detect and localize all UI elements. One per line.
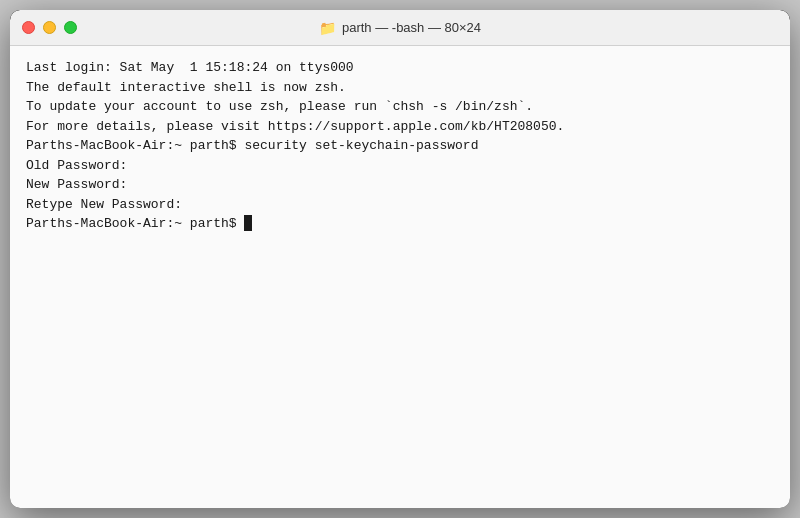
- window-title: 📁 parth — -bash — 80×24: [319, 20, 481, 36]
- traffic-lights: [22, 21, 77, 34]
- titlebar: 📁 parth — -bash — 80×24: [10, 10, 790, 46]
- terminal-line: New Password:: [26, 175, 774, 195]
- terminal-body[interactable]: Last login: Sat May 1 15:18:24 on ttys00…: [10, 46, 790, 508]
- terminal-line: Old Password:: [26, 156, 774, 176]
- folder-icon: 📁: [319, 20, 336, 36]
- terminal-line: For more details, please visit https://s…: [26, 117, 774, 137]
- terminal-line: Last login: Sat May 1 15:18:24 on ttys00…: [26, 58, 774, 78]
- minimize-button[interactable]: [43, 21, 56, 34]
- maximize-button[interactable]: [64, 21, 77, 34]
- terminal-window: 📁 parth — -bash — 80×24 Last login: Sat …: [10, 10, 790, 508]
- terminal-line: Parths-MacBook-Air:~ parth$ security set…: [26, 136, 774, 156]
- terminal-line: The default interactive shell is now zsh…: [26, 78, 774, 98]
- terminal-line: Retype New Password:: [26, 195, 774, 215]
- terminal-line: To update your account to use zsh, pleas…: [26, 97, 774, 117]
- close-button[interactable]: [22, 21, 35, 34]
- terminal-cursor: [244, 215, 252, 231]
- terminal-prompt-line: Parths-MacBook-Air:~ parth$: [26, 214, 774, 234]
